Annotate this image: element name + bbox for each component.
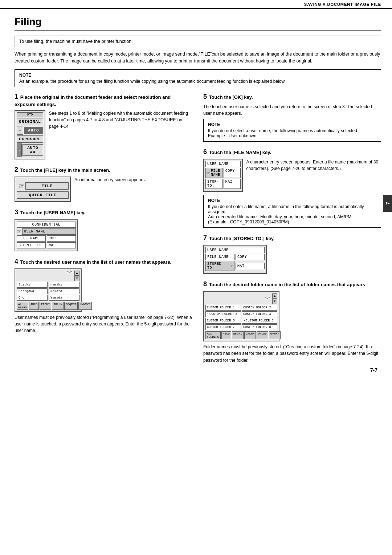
down-arrow[interactable]: ▼ [74, 276, 79, 281]
tab-all-users[interactable]: ALL USERS [17, 302, 28, 310]
tab-efghi[interactable]: EFGHI [40, 302, 51, 310]
user-name-cell-6[interactable]: USER NAME [205, 161, 241, 167]
file-name-cell-3[interactable]: FILE NAME [17, 235, 46, 242]
note-box-1: NOTE As an example, the procedure for us… [15, 69, 381, 87]
tab-jklmn[interactable]: JKLMN [52, 302, 64, 310]
note-label-1: NOTE [19, 73, 376, 78]
quick-file-button[interactable]: QUICK FILE [17, 191, 69, 199]
copy-cell-7[interactable]: COPY [236, 254, 265, 260]
suzuki-cell[interactable]: Suzuki [17, 282, 48, 288]
folder-2[interactable]: CUSTOM FOLDER 2 [242, 305, 277, 311]
step6-desc: A character entry screen appears. Enter … [246, 159, 381, 172]
hasegawa-cell[interactable]: Hasegawa [17, 288, 48, 294]
up-arrow[interactable]: ▲ [74, 271, 79, 276]
step8-screen: 1/1 ▲ ▼ CUSTOM FOLDER 1 CUSTOM FOLDER 2 … [203, 291, 279, 341]
step-8: 8 Touch the desired folder name in the l… [203, 280, 381, 364]
mai-cell-6[interactable]: MAI [224, 179, 241, 189]
step7-screen: USER NAME FILE NAME COPY STORED TO: ☞ MA… [203, 245, 267, 274]
note-box-step6: NOTE If you do not enter a file name, a … [203, 195, 381, 228]
tab-opqrst[interactable]: OPQRST [64, 302, 78, 310]
folder-6[interactable]: CUSTOM FOLDER 6 [242, 318, 277, 324]
folder-tab-efghi[interactable]: EFGHI [232, 331, 244, 339]
folder-tab-jklmn[interactable]: JKLMN [244, 331, 256, 339]
step-4: 4 Touch the desired user name in the lis… [15, 257, 192, 334]
file-button[interactable]: FILE [25, 182, 69, 190]
step-6: 6 Touch the [FILE NAME] key. USER NAME ☞… [203, 147, 381, 228]
user-name-cell-7[interactable]: USER NAME [205, 247, 265, 253]
step-3: 3 Touch the [USER NAME] key. CONFIDENTIA… [15, 208, 192, 251]
confidential-cell[interactable]: CONFIDENTIAL [17, 222, 76, 228]
note-box-step5: NOTE If you do not select a user name, t… [203, 119, 381, 142]
note-label-6: NOTE [208, 198, 376, 203]
folder-1[interactable]: CUSTOM FOLDER 1 [205, 305, 241, 311]
folder-7[interactable]: CUSTOM FOLDER 7 [205, 324, 241, 330]
intro-text: When printing or transmitting a document… [15, 51, 381, 65]
info-box: To use filing, the machine must have the… [15, 36, 381, 47]
hamaki-cell[interactable]: Hamaki [49, 282, 79, 288]
page-number: 7-7 [370, 367, 377, 373]
note-text-6: If you do not enter a file name, a file … [208, 204, 376, 224]
step4-screen: 1/1 ▲ ▼ Suzuki Hamaki [15, 268, 82, 312]
stored-to-cell-3[interactable]: STORED TO: [17, 242, 46, 248]
file-name-cell-6[interactable]: ☞FILE NAME [205, 168, 222, 178]
step3-screen: CONFIDENTIAL ☞ USER NAME FILE NAME COP S… [15, 219, 78, 251]
folder-5[interactable]: CUSTOM FOLDER 5 [205, 318, 241, 324]
tab-uvwxyz[interactable]: UVWXYZ [78, 302, 92, 310]
stored-to-cell-7[interactable]: STORED TO: ☞ [205, 261, 234, 271]
original-button[interactable]: ORIGINAL [17, 118, 43, 125]
copy-cell-6[interactable]: COPY [224, 168, 241, 178]
auto-button[interactable]: AUTO [24, 127, 43, 134]
ono-cell[interactable]: Ono [17, 295, 48, 301]
step-5: 5 Touch the [OK] key. The touched user n… [203, 92, 381, 142]
user-name-cell[interactable]: USER NAME [22, 228, 76, 235]
page-title: Filing [15, 16, 381, 31]
chapter-tab: 7 [383, 195, 392, 212]
nakata-cell[interactable]: Nakata [49, 288, 79, 294]
step6-screen: USER NAME ☞FILE NAME COPY STOR☞TO: MAI [203, 159, 243, 192]
folder-tab-all[interactable]: ALL FOLDERS [205, 331, 221, 339]
step8-desc: Folder names must be previously stored. … [203, 344, 381, 364]
yamada-cell[interactable]: Yamada [49, 295, 79, 301]
exposure-button[interactable]: EXPOSURE [17, 135, 43, 143]
folder-3[interactable]: CUSTOM FOLDER 3 [205, 311, 241, 317]
folder-4[interactable]: CUSTOM FOLDER 4 [242, 311, 277, 317]
folder-tab-uvwxy[interactable]: UVWXY [269, 331, 281, 339]
mai-cell-7[interactable]: MAI [236, 263, 265, 269]
step1-screen: OTO ORIGINAL ≡ AUTO EXPOSURE ▪ AUTO A4 [15, 110, 45, 159]
folder-8[interactable]: CUSTOM FOLDER 8 [242, 324, 277, 330]
step2-desc: An information entry screen appears. [74, 177, 146, 183]
step4-desc: User names must be previously stored ("P… [15, 314, 192, 334]
cop-cell[interactable]: COP [47, 235, 76, 242]
note-text-5: If you do not select a user name, the fo… [208, 128, 376, 138]
folder-down-arrow[interactable]: ▼ [272, 299, 277, 304]
note-label-5: NOTE [208, 122, 376, 127]
step2-screen: ☞ FILE QUICK FILE [15, 177, 71, 202]
step-7: 7 Touch the [STORED TO:] key. USER NAME … [203, 234, 381, 274]
folder-tab-abcd[interactable]: ABCD [221, 331, 231, 339]
file-name-cell-7[interactable]: FILE NAME [205, 254, 234, 260]
stored-to-cell-6[interactable]: STOR☞TO: [205, 179, 222, 189]
header-title: SAVING A DOCUMENT IMAGE FILE [304, 2, 381, 7]
ma-cell-3[interactable]: MA [47, 242, 76, 248]
step-1: 1 Place the original in the document fee… [15, 92, 192, 159]
auto-a4-button[interactable]: AUTO A4 [23, 144, 43, 156]
folder-up-arrow[interactable]: ▲ [272, 293, 277, 299]
step1-desc: See steps 1 to 8 of "Making copies with … [49, 110, 192, 130]
step5-desc: The touched user name is selected and yo… [203, 104, 381, 117]
step-2: 2 Touch the [FILE] key in the main scree… [15, 165, 192, 202]
page-header: SAVING A DOCUMENT IMAGE FILE [0, 0, 392, 9]
tab-abcd[interactable]: ABCD [29, 302, 39, 310]
folder-tab-opqrs[interactable]: OPQRS [257, 331, 268, 339]
note-text-1: As an example, the procedure for using t… [19, 79, 376, 84]
